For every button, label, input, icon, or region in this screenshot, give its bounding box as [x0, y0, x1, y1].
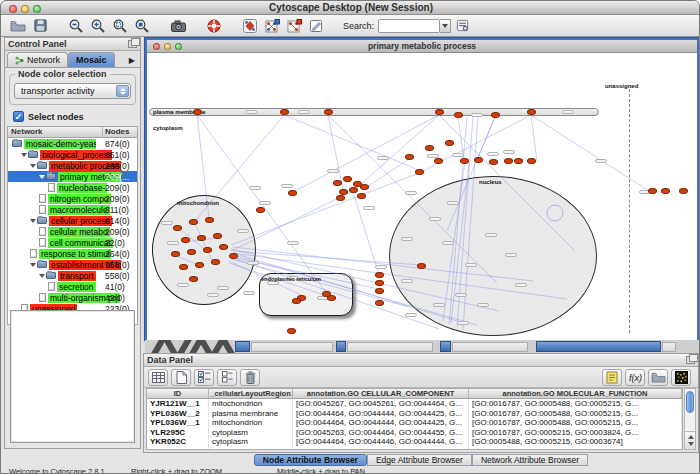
network-node[interactable] — [445, 140, 454, 146]
table-cell[interactable]: [GO:0005488, GO:0005215, GO:0003674] — [469, 437, 682, 447]
search-options-button[interactable] — [451, 16, 473, 35]
table-cell[interactable]: mitochondrion — [209, 447, 293, 451]
tab-overflow-button[interactable]: ▶ — [126, 56, 138, 67]
table-row[interactable]: YKR052Ccytoplasm[GO:0044464, GO:0044446,… — [147, 437, 682, 447]
network-node[interactable] — [375, 280, 384, 286]
table-cell[interactable]: [GO:0016787, GO:0005215, GO:0003824, G..… — [469, 428, 682, 438]
network-node[interactable] — [425, 145, 434, 151]
network-node[interactable] — [474, 157, 483, 163]
annotation-tool-button[interactable] — [305, 16, 327, 35]
network-node[interactable] — [195, 262, 204, 268]
tree-row-nucleobase-[interactable]: nucleobase-209(0) — [8, 182, 137, 193]
network-node[interactable] — [661, 188, 670, 194]
column-header-2[interactable]: annotation.GO CELLULAR_COMPONENT — [293, 389, 469, 398]
network-node[interactable] — [292, 298, 301, 304]
tab-mosaic[interactable]: Mosaic — [68, 52, 115, 67]
table-cell[interactable]: [GO:0044464, GO:0044444, GO:0044425, G..… — [293, 418, 469, 428]
column-header-1[interactable]: _cellularLayoutRegion — [209, 389, 293, 398]
select-nodes-checkbox[interactable]: ✓ — [13, 111, 24, 122]
zoom-selected-region-button[interactable] — [109, 16, 131, 35]
expand-arrow-icon[interactable] — [21, 153, 27, 157]
network-node[interactable] — [173, 225, 182, 231]
table-cell[interactable]: YJR121W__1 — [147, 399, 209, 409]
network-node[interactable] — [203, 247, 212, 253]
column-header-3[interactable]: annotation.GO MOLECULAR_FUNCTION — [469, 389, 682, 398]
tree-row-cellular-metabo[interactable]: cellular metabo209(0) — [8, 226, 137, 237]
tab-network[interactable]: Network — [7, 52, 68, 67]
matrix-view-button[interactable] — [671, 369, 691, 386]
open-session-button[interactable] — [7, 16, 29, 35]
tree-row-mosaic-demo-yeast[interactable]: mosaic-demo-yeast874(0) — [8, 138, 137, 149]
attribute-editor-button[interactable] — [602, 369, 622, 386]
help-button[interactable] — [203, 16, 225, 35]
network-node[interactable] — [648, 188, 657, 194]
table-cell[interactable]: cytoplasm — [209, 428, 293, 438]
background-window-fragment[interactable] — [336, 341, 346, 352]
background-window-fragment[interactable] — [347, 342, 433, 352]
network-node[interactable] — [679, 188, 688, 194]
expand-arrow-icon[interactable] — [30, 263, 36, 267]
scrollbar-thumb[interactable] — [686, 391, 694, 413]
table-cell[interactable]: [GO:0045263, GO:0044464, GO:0044455, G..… — [293, 428, 469, 438]
network-node[interactable] — [434, 158, 443, 164]
network-node[interactable] — [229, 253, 238, 259]
background-window-fragment[interactable] — [251, 342, 333, 352]
tree-row-establishment-of-lo[interactable]: establishment of lo558(0) — [8, 259, 137, 270]
network-node[interactable] — [179, 264, 188, 270]
expand-arrow-icon[interactable] — [39, 274, 45, 278]
tree-row-biological-process[interactable]: biological_process651(0) — [8, 149, 137, 160]
zoom-fit-button[interactable] — [131, 16, 153, 35]
table-cell[interactable]: [GO:0045267, GO:0045261, GO:0044464, G..… — [293, 399, 469, 409]
network-node[interactable] — [357, 193, 366, 199]
search-dropdown-button[interactable] — [440, 19, 451, 33]
tree-row-primary-metabo[interactable]: primary metabo209(... — [8, 171, 137, 182]
tree-col-nodes[interactable]: Nodes — [103, 127, 137, 137]
network-node[interactable] — [213, 233, 222, 239]
table-cell[interactable]: [GO:0044464, GO:0044444, GO:0044425, G..… — [293, 409, 469, 419]
table-cell[interactable]: mitochondrion — [209, 399, 293, 409]
table-row[interactable]: YPL036W__2plasma membrane[GO:0044464, GO… — [147, 409, 682, 419]
tree-col-network[interactable]: Network — [8, 127, 103, 137]
network-window-title-bar[interactable]: primary metabolic process — [147, 40, 697, 53]
network-node[interactable] — [197, 235, 206, 241]
network-node[interactable] — [405, 154, 414, 160]
table-cell[interactable]: YKR052C — [147, 437, 209, 447]
snapshot-button[interactable] — [167, 16, 189, 35]
network-node[interactable] — [219, 244, 228, 250]
attribute-checklist-button[interactable] — [194, 369, 214, 386]
table-cell[interactable]: YDR039C__1 — [147, 447, 209, 451]
function-builder-button[interactable]: f(x) — [625, 369, 645, 386]
network-node[interactable] — [491, 112, 500, 118]
network-node[interactable] — [415, 169, 424, 175]
background-window-fragment[interactable] — [662, 342, 676, 352]
table-cell[interactable]: [GO:0044464, GO:0044446, GO:0044444, G..… — [293, 437, 469, 447]
table-cell[interactable]: mitochondrion — [209, 418, 293, 428]
network-node[interactable] — [187, 249, 196, 255]
network-node[interactable] — [193, 109, 202, 115]
create-attribute-button[interactable] — [171, 369, 191, 386]
search-input[interactable] — [378, 19, 440, 33]
network-node[interactable] — [256, 207, 265, 213]
network-node[interactable] — [504, 158, 513, 164]
background-window-fragment[interactable] — [235, 341, 250, 352]
table-row[interactable]: YJR121W__1mitochondrion[GO:0045267, GO:0… — [147, 399, 682, 409]
birds-eye-view[interactable] — [10, 310, 135, 443]
table-cell[interactable]: cytoplasm — [209, 437, 293, 447]
expand-arrow-icon[interactable] — [30, 219, 36, 223]
float-data-panel-icon[interactable] — [686, 356, 695, 364]
network-node[interactable] — [417, 263, 426, 269]
tree-row-secretion[interactable]: secretion41(0) — [8, 281, 137, 292]
network-node[interactable] — [322, 291, 331, 297]
background-window-fragment[interactable] — [452, 342, 528, 352]
table-cell[interactable]: [GO:0016787, GO:0005488, GO:0005215, G..… — [469, 399, 682, 409]
tree-row-macromolecule[interactable]: macromolecule311(0) — [8, 204, 137, 215]
network-node[interactable] — [211, 259, 220, 265]
network-node[interactable] — [181, 237, 190, 243]
network-node[interactable] — [189, 219, 198, 225]
delete-attribute-button[interactable] — [240, 369, 260, 386]
tree-row-nitrogen-compo[interactable]: nitrogen compo209(0) — [8, 193, 137, 204]
save-session-button[interactable] — [29, 16, 51, 35]
tree-row-transport[interactable]: transport558(0) — [8, 270, 137, 281]
table-cell[interactable]: [GO:0016787, GO:0005488, GO:0005215, G..… — [469, 418, 682, 428]
table-cell[interactable]: [GO:0016787, GO:0005488, GO:0005215, G..… — [469, 409, 682, 419]
